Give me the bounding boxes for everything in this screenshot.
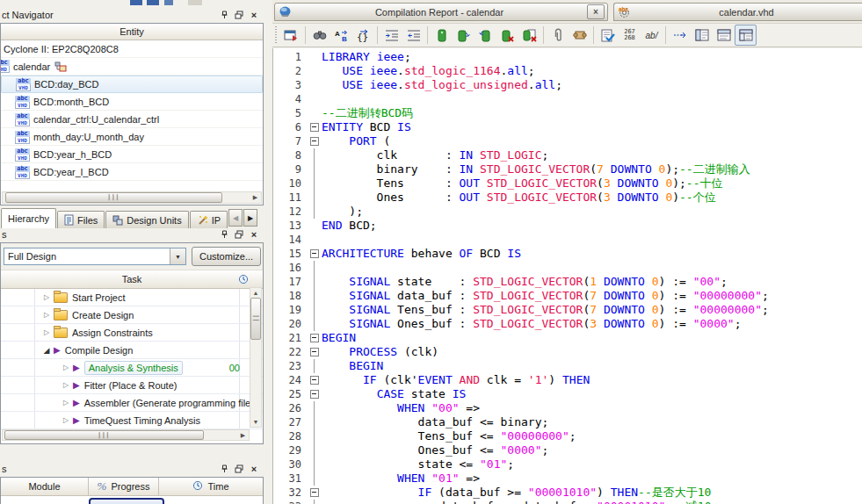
macro-icon[interactable] xyxy=(569,25,590,46)
scroll-right-icon[interactable]: ▶ xyxy=(250,193,261,203)
tree-item-bcd-day-bcd[interactable]: abcVHDBCD:day_BCD xyxy=(1,76,263,93)
code-line-19[interactable]: 19 SIGNAL Tens_buf : STD_LOGIC_VECTOR(7 … xyxy=(272,303,862,317)
tree-item-calendar[interactable]: abcVHDcalendar xyxy=(1,58,263,76)
fold-marker-icon[interactable] xyxy=(307,486,322,500)
code-line-18[interactable]: 18 SIGNAL data_buf : STD_LOGIC_VECTOR(7 … xyxy=(272,289,862,303)
spellcheck-icon[interactable] xyxy=(597,25,619,46)
expand-icon[interactable]: ▷ xyxy=(41,328,52,336)
text-mode-icon[interactable]: ab/ xyxy=(641,25,663,46)
tree-item-bcd-month-bcd[interactable]: abcVHDBCD:month_BCD xyxy=(1,93,263,111)
tab-ip[interactable]: IP xyxy=(190,211,228,228)
tasks-hscrollbar[interactable]: ┃┃┃ ▶ xyxy=(2,429,250,441)
code-line-33[interactable]: 33 data_buf <= data_buf - "00001010";--减… xyxy=(272,500,862,504)
code-line-9[interactable]: 9 binary : IN STD_LOGIC_VECTOR(7 DOWNTO … xyxy=(272,162,862,176)
unindent-icon[interactable] xyxy=(402,25,424,46)
code-line-20[interactable]: 20 SIGNAL Ones_buf : STD_LOGIC_VECTOR(3 … xyxy=(272,317,862,331)
code-line-29[interactable]: 29 Ones_buf <= "0000"; xyxy=(272,443,862,457)
close-icon[interactable]: × xyxy=(248,464,260,475)
code-line-12[interactable]: 12 ); xyxy=(272,205,862,219)
float-icon[interactable] xyxy=(233,464,245,475)
code-line-24[interactable]: 24 IF (clk'EVENT AND clk = '1') THEN xyxy=(272,373,862,387)
fold-marker-icon[interactable] xyxy=(307,247,322,261)
tree-item-calendar-ctrl-u-calendar-ctrl[interactable]: abcVHDcalendar_ctrl:U_calendar_ctrl xyxy=(1,111,263,128)
task-assign-constraints[interactable]: ▷Assign Constraints xyxy=(1,324,263,342)
code-line-15[interactable]: 15ARCHITECTURE behave OF BCD IS xyxy=(272,247,862,261)
fold-marker-icon[interactable] xyxy=(307,134,322,148)
float-icon[interactable] xyxy=(233,229,245,241)
tree-item-bcd-year-h-bcd[interactable]: abcVHDBCD:year_h_BCD xyxy=(1,146,263,163)
scroll-right-icon[interactable]: ▶ xyxy=(237,430,249,440)
tab-design-units[interactable]: Design Units xyxy=(105,211,188,228)
task-timequest-timing-analysis[interactable]: ▷▶TimeQuest Timing Analysis xyxy=(1,412,263,429)
expand-icon[interactable]: ▷ xyxy=(41,311,52,319)
code-line-11[interactable]: 11 Ones : OUT STD_LOGIC_VECTOR(3 DOWNTO … xyxy=(272,191,862,205)
scroll-down-icon[interactable]: ▼ xyxy=(250,417,262,427)
expand-icon[interactable]: ▷ xyxy=(61,364,71,371)
line-numbers-icon[interactable]: 267268 xyxy=(619,25,641,46)
fold-marker-icon[interactable] xyxy=(307,373,322,387)
attach-icon[interactable] xyxy=(547,25,569,46)
scrollbar-thumb[interactable]: ┃┃┃ xyxy=(4,430,204,440)
expand-icon[interactable]: ▷ xyxy=(61,399,71,407)
task-compile-design[interactable]: ◢▶Compile Design xyxy=(1,342,263,359)
navigator-hscrollbar[interactable]: ┃┃┃ ▶ xyxy=(2,191,262,204)
tab-files[interactable]: Files xyxy=(57,211,105,228)
tasks-titlebar[interactable]: s × xyxy=(0,227,264,242)
bookmark-icon[interactable] xyxy=(431,25,453,46)
pin-icon[interactable] xyxy=(218,10,230,21)
code-line-26[interactable]: 26 WHEN "00" => xyxy=(272,401,862,415)
task-assembler-generate-programming-files[interactable]: ▷▶Assembler (Generate programming files) xyxy=(1,394,263,412)
code-line-25[interactable]: 25 CASE state IS xyxy=(272,387,862,401)
fold-marker-icon[interactable] xyxy=(307,120,322,134)
bookmark-clear-icon[interactable] xyxy=(496,25,518,46)
bookmark-prev-icon[interactable] xyxy=(474,25,496,46)
scroll-up-icon[interactable]: ▲ xyxy=(250,288,262,298)
code-line-31[interactable]: 31 WHEN "01" => xyxy=(272,472,862,486)
code-line-17[interactable]: 17 SIGNAL state : STD_LOGIC_VECTOR(1 DOW… xyxy=(272,275,862,289)
chevron-down-icon[interactable]: ▼ xyxy=(170,248,185,264)
collapse-icon[interactable]: ◢ xyxy=(41,346,52,355)
customize-button[interactable]: Customize... xyxy=(192,247,261,266)
close-icon[interactable]: × xyxy=(587,4,605,19)
code-line-32[interactable]: 32 IF (data_buf >= "00001010") THEN--是否大… xyxy=(272,486,862,500)
toolbar-handle[interactable] xyxy=(274,26,279,44)
task-create-design[interactable]: ▷Create Design xyxy=(1,306,263,324)
tree-item-month-day-u-month-day[interactable]: abcVHDmonth_day:U_month_day xyxy=(1,128,263,146)
code-line-16[interactable]: 16 xyxy=(272,261,862,275)
match-bracket-icon[interactable]: {} xyxy=(352,25,374,46)
code-line-8[interactable]: 8 clk : IN STD_LOGIC; xyxy=(272,148,862,162)
layout-single-icon[interactable] xyxy=(691,25,713,46)
flow-select[interactable]: Full Design ▼ xyxy=(4,248,186,265)
expand-icon[interactable]: ▷ xyxy=(41,293,52,301)
task-analysis-synthesis[interactable]: ▷▶Analysis & Synthesis00 xyxy=(1,359,263,377)
task-fitter-place-route[interactable]: ▷▶Fitter (Place & Route) xyxy=(1,377,263,394)
code-line-27[interactable]: 27 data_buf <= binary; xyxy=(272,415,862,429)
tree-item-bcd-year-l-bcd[interactable]: abcVHDBCD:year_l_BCD xyxy=(1,163,263,181)
find-icon[interactable] xyxy=(308,25,330,46)
code-line-23[interactable]: 23 BEGIN xyxy=(272,359,862,373)
bookmark-clear-all-icon[interactable] xyxy=(518,25,540,46)
goto-icon[interactable] xyxy=(669,25,691,46)
fold-marker-icon[interactable] xyxy=(307,331,322,345)
status-titlebar[interactable]: s × xyxy=(0,461,264,477)
tabs-scroll-right-icon[interactable]: ▶ xyxy=(243,209,257,227)
code-line-4[interactable]: 4 xyxy=(272,92,862,106)
project-navigator-titlebar[interactable]: ct Navigator × xyxy=(0,7,264,23)
code-line-28[interactable]: 28 Tens_buf <= "00000000"; xyxy=(272,429,862,443)
close-icon[interactable]: × xyxy=(248,229,260,241)
pin-icon[interactable] xyxy=(218,229,230,241)
expand-icon[interactable]: ▷ xyxy=(61,381,71,389)
code-line-14[interactable]: 14 xyxy=(272,233,862,247)
code-line-6[interactable]: 6ENTITY BCD IS xyxy=(272,120,862,134)
code-line-22[interactable]: 22 PROCESS (clk) xyxy=(272,345,862,359)
indent-icon[interactable] xyxy=(380,25,402,46)
fold-marker-icon[interactable] xyxy=(307,387,322,401)
scrollbar-thumb[interactable]: ┃┃┃ xyxy=(5,192,222,203)
scrollbar-thumb[interactable]: ┃┃ xyxy=(250,298,261,340)
code-line-2[interactable]: 2 USE ieee.std_logic_1164.all; xyxy=(272,64,862,78)
pin-icon[interactable] xyxy=(218,464,230,475)
save-report-icon[interactable] xyxy=(280,25,302,46)
tabs-scroll-left-icon[interactable]: ◀ xyxy=(228,209,243,227)
task-start-project[interactable]: ▷Start Project xyxy=(1,289,263,306)
tasks-vscrollbar[interactable]: ▲ ┃┃ ▼ xyxy=(250,287,262,428)
